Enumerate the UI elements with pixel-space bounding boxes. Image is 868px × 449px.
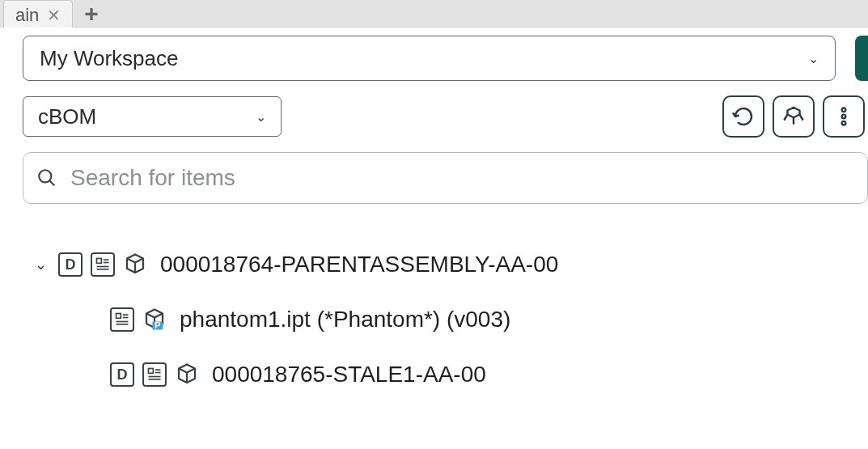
svg-text:P: P [155,320,161,330]
more-menu-button[interactable] [823,95,865,138]
svg-rect-7 [97,259,102,264]
svg-point-3 [842,115,846,119]
phantom-cube-icon: P [142,307,167,332]
cube-icon [123,252,147,277]
svg-rect-18 [149,369,154,374]
bom-type-label: cBOM [38,104,96,129]
tree-item-label: 000018765-STALE1-AA-00 [212,362,486,388]
bom-type-dropdown[interactable]: cBOM ⌄ [23,96,282,137]
search-icon [36,167,57,188]
workspace-dropdown[interactable]: My Workspace ⌄ [23,36,836,81]
bom-tree: ⌄ D 000018764-PARENTASSEMBLY-AA-00 P pha… [23,241,868,398]
svg-point-2 [842,108,846,112]
add-tab-button[interactable]: + [78,0,105,28]
svg-rect-12 [116,314,121,319]
properties-icon [110,307,134,332]
chevron-down-icon: ⌄ [256,109,266,125]
tree-item-label: 000018764-PARENTASSEMBLY-AA-00 [160,252,558,277]
chevron-down-icon[interactable]: ⌄ [31,256,50,273]
svg-line-6 [49,180,53,184]
tree-row-child[interactable]: D 000018765-STALE1-AA-00 [23,351,868,398]
tab-bar: ain ✕ + [0,0,868,28]
design-badge-icon: D [110,362,134,387]
properties-icon [142,362,167,387]
item-search-box[interactable] [23,152,868,204]
workspace-label: My Workspace [40,46,178,71]
item-search-input[interactable] [70,165,854,191]
sync-tree-button[interactable] [773,95,815,138]
search-button[interactable] [855,36,868,81]
close-icon[interactable]: ✕ [47,6,61,25]
chevron-down-icon: ⌄ [808,51,819,66]
refresh-button[interactable] [722,95,764,138]
tree-row-parent[interactable]: ⌄ D 000018764-PARENTASSEMBLY-AA-00 [23,241,868,288]
properties-icon [91,252,115,277]
tab-main[interactable]: ain ✕ [3,0,73,28]
svg-point-4 [842,121,846,125]
tree-row-child[interactable]: P phantom1.ipt (*Phantom*) (v003) [23,296,868,343]
tab-label: ain [15,5,39,26]
design-badge-icon: D [58,252,83,277]
tree-item-label: phantom1.ipt (*Phantom*) (v003) [180,307,510,333]
cube-icon [175,362,199,387]
